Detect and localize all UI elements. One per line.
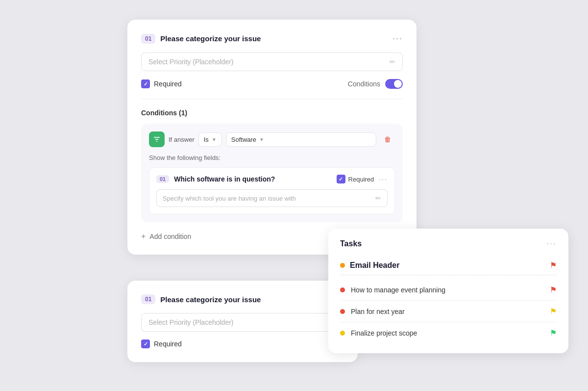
is-select-dropdown[interactable]: Is ▼: [198, 132, 222, 147]
task-0-dot: [340, 287, 345, 292]
tasks-card-title: Tasks: [340, 239, 362, 248]
tasks-menu-dots[interactable]: ···: [546, 238, 557, 249]
inner-step-badge: 01: [156, 175, 169, 183]
software-select-value: Software: [231, 136, 256, 143]
required-left: Required: [141, 79, 182, 88]
secondary-required-label: Required: [154, 340, 182, 348]
is-chevron-icon: ▼: [212, 137, 217, 142]
featured-task-item[interactable]: Email Header ⚑: [340, 256, 557, 275]
secondary-form-card: 01 Please categorize your issue Select P…: [127, 281, 358, 362]
secondary-priority-input-row[interactable]: Select Priority (Placeholder): [141, 313, 344, 332]
inner-field-menu-dots[interactable]: ···: [379, 175, 388, 183]
tasks-card: Tasks ··· Email Header ⚑ How to manage e…: [328, 229, 568, 353]
task-2-flag-icon: ⚑: [550, 328, 557, 338]
conditions-block: If answer Is ▼ Software ▼ 🗑 Show the fol…: [141, 124, 403, 222]
software-chevron-icon: ▼: [259, 137, 264, 142]
add-condition-label: Add condition: [149, 233, 191, 240]
required-conditions-row: Required Conditions: [141, 79, 403, 89]
conditions-text-label: Conditions: [348, 80, 380, 88]
task-1-name: Plan for next year: [351, 308, 544, 315]
conditions-toggle[interactable]: [385, 79, 403, 89]
step-badge-main: 01: [141, 34, 155, 44]
required-label: Required: [154, 80, 182, 88]
priority-input-row[interactable]: Select Priority (Placeholder) ✏: [141, 52, 403, 71]
delete-condition-button[interactable]: 🗑: [380, 132, 395, 147]
pencil-icon[interactable]: ✏: [390, 58, 395, 66]
inner-field-title: Which software is in question?: [174, 175, 331, 183]
inner-input-row[interactable]: Specify which tool you are having an iss…: [156, 189, 388, 207]
task-2-dot: [340, 331, 345, 336]
software-select-dropdown[interactable]: Software ▼: [226, 132, 376, 147]
conditions-section-title: Conditions (1): [141, 109, 403, 117]
tasks-header: Tasks ···: [340, 238, 557, 249]
secondary-required-row: Required: [141, 339, 344, 348]
inner-required-checkbox[interactable]: [337, 175, 345, 183]
show-fields-label: Show the following fields:: [149, 154, 395, 161]
inner-required-row: Required: [337, 175, 374, 183]
divider-1: [141, 99, 403, 99]
main-card-title: Please categorize your issue: [160, 34, 388, 43]
task-item-1[interactable]: Plan for next year ⚑: [340, 301, 557, 322]
secondary-step-badge: 01: [141, 294, 155, 304]
task-0-flag-icon: ⚑: [550, 285, 557, 294]
main-form-card: 01 Please categorize your issue ··· Sele…: [127, 20, 416, 255]
trash-icon: 🗑: [384, 135, 391, 143]
secondary-priority-placeholder: Select Priority (Placeholder): [148, 318, 337, 326]
is-select-value: Is: [204, 136, 209, 143]
secondary-card-title: Please categorize your issue: [160, 295, 344, 304]
featured-task-flag-icon: ⚑: [550, 261, 557, 270]
inner-field-header: 01 Which software is in question? Requir…: [156, 175, 388, 183]
task-1-dot: [340, 309, 345, 314]
task-0-name: How to manage event planning: [351, 286, 544, 294]
featured-task-name: Email Header: [350, 261, 545, 270]
secondary-card-header: 01 Please categorize your issue: [141, 294, 344, 304]
inner-pencil-icon[interactable]: ✏: [375, 194, 381, 202]
if-answer-label: If answer: [169, 136, 195, 143]
priority-placeholder: Select Priority (Placeholder): [148, 58, 390, 66]
main-card-menu-dots[interactable]: ···: [392, 33, 403, 44]
condition-row: If answer Is ▼ Software ▼ 🗑: [149, 131, 395, 147]
task-item-2[interactable]: Finalize project scope ⚑: [340, 322, 557, 343]
inner-condition-field: 01 Which software is in question? Requir…: [149, 167, 395, 214]
inner-input-placeholder: Specify which tool you are having an iss…: [163, 195, 375, 202]
secondary-required-checkbox[interactable]: [141, 339, 150, 348]
condition-filter-icon: [149, 131, 165, 147]
conditions-right: Conditions: [348, 79, 403, 89]
task-1-flag-icon: ⚑: [550, 307, 557, 316]
featured-task-dot: [340, 263, 345, 268]
task-item-0[interactable]: How to manage event planning ⚑: [340, 279, 557, 301]
inner-required-label: Required: [348, 176, 374, 183]
required-checkbox[interactable]: [141, 79, 150, 88]
main-card-header: 01 Please categorize your issue ···: [141, 33, 403, 44]
plus-icon: +: [141, 232, 146, 241]
task-2-name: Finalize project scope: [351, 329, 544, 337]
